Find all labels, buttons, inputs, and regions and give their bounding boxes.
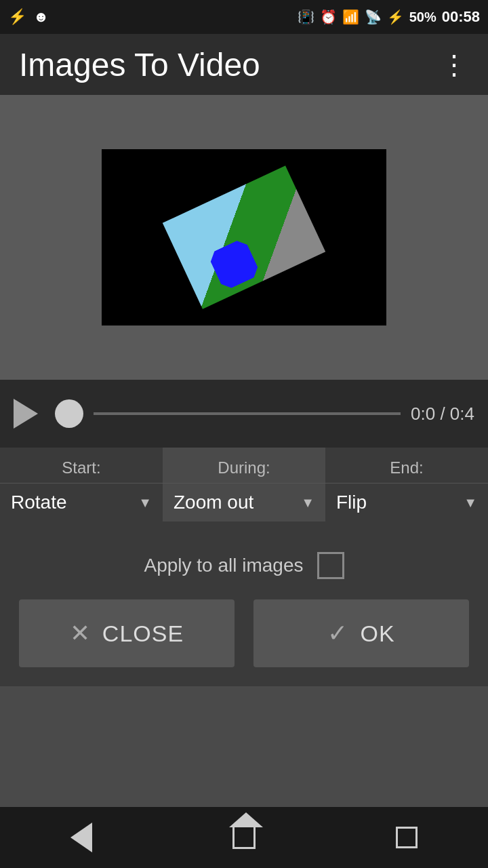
time-display: 0:0 / 0:4 xyxy=(411,403,474,425)
time-separator: / xyxy=(440,403,449,424)
recents-icon xyxy=(396,827,418,848)
start-value: Rotate xyxy=(11,492,67,513)
effects-section: Start: During: End: Rotate ▼ Zoom out ▼ … xyxy=(0,448,488,528)
status-right-icons: 📳 ⏰ 📶 📡 ⚡ 50% 00:58 xyxy=(298,8,480,26)
more-options-icon[interactable]: ⋮ xyxy=(441,49,469,80)
ok-button[interactable]: ✓ OK xyxy=(253,599,469,667)
app-header: Images To Video ⋮ xyxy=(0,34,488,95)
alarm-icon: ⏰ xyxy=(320,9,337,25)
during-dropdown[interactable]: Zoom out ▼ xyxy=(163,483,325,521)
buttons-section: ✕ CLOSE ✓ OK xyxy=(0,599,488,686)
during-value: Zoom out xyxy=(174,492,253,513)
progress-thumb[interactable] xyxy=(55,399,83,428)
end-arrow-icon: ▼ xyxy=(464,495,477,511)
battery-icon: ⚡ xyxy=(387,9,404,25)
nav-back-button[interactable] xyxy=(61,817,102,858)
app-title: Images To Video xyxy=(19,46,260,83)
start-label: Start: xyxy=(0,448,163,483)
playback-bar: 0:0 / 0:4 xyxy=(0,380,488,448)
progress-track[interactable] xyxy=(94,412,401,415)
status-time: 00:58 xyxy=(442,8,480,26)
home-icon xyxy=(232,826,256,849)
time-total: 0:4 xyxy=(450,403,474,424)
play-button[interactable] xyxy=(14,399,38,429)
bottom-spacer xyxy=(0,686,488,741)
usb-icon: ⚡ xyxy=(8,8,26,26)
battery-percent: 50% xyxy=(409,9,436,25)
nav-home-button[interactable] xyxy=(224,817,264,858)
status-bar: ⚡ ☻ 📳 ⏰ 📶 📡 ⚡ 50% 00:58 xyxy=(0,0,488,34)
android-icon: ☻ xyxy=(33,8,49,26)
wifi-icon: 📶 xyxy=(342,9,359,25)
video-thumbnail xyxy=(163,165,325,309)
vibrate-icon: 📳 xyxy=(298,9,314,25)
apply-checkbox[interactable] xyxy=(317,552,344,579)
nav-bar xyxy=(0,807,488,868)
effects-dropdowns: Rotate ▼ Zoom out ▼ Flip ▼ xyxy=(0,483,488,521)
video-player xyxy=(102,149,386,326)
close-label: CLOSE xyxy=(102,620,184,647)
ok-icon: ✓ xyxy=(327,619,348,648)
status-left-icons: ⚡ ☻ xyxy=(8,8,49,26)
close-icon: ✕ xyxy=(70,619,90,648)
during-label: During: xyxy=(163,448,325,483)
apply-section: Apply to all images xyxy=(0,528,488,599)
ok-label: OK xyxy=(360,620,394,647)
apply-label: Apply to all images xyxy=(144,555,303,576)
nav-recents-button[interactable] xyxy=(386,817,427,858)
start-arrow-icon: ▼ xyxy=(138,495,152,511)
end-dropdown[interactable]: Flip ▼ xyxy=(325,483,488,521)
start-dropdown[interactable]: Rotate ▼ xyxy=(0,483,163,521)
close-button[interactable]: ✕ CLOSE xyxy=(19,599,235,667)
end-value: Flip xyxy=(336,492,367,513)
time-current: 0:0 xyxy=(411,403,435,424)
back-icon xyxy=(70,823,92,852)
signal-icon: 📡 xyxy=(365,9,382,25)
end-label: End: xyxy=(325,448,488,483)
video-container xyxy=(0,95,488,380)
during-arrow-icon: ▼ xyxy=(301,495,314,511)
effects-labels: Start: During: End: xyxy=(0,448,488,483)
